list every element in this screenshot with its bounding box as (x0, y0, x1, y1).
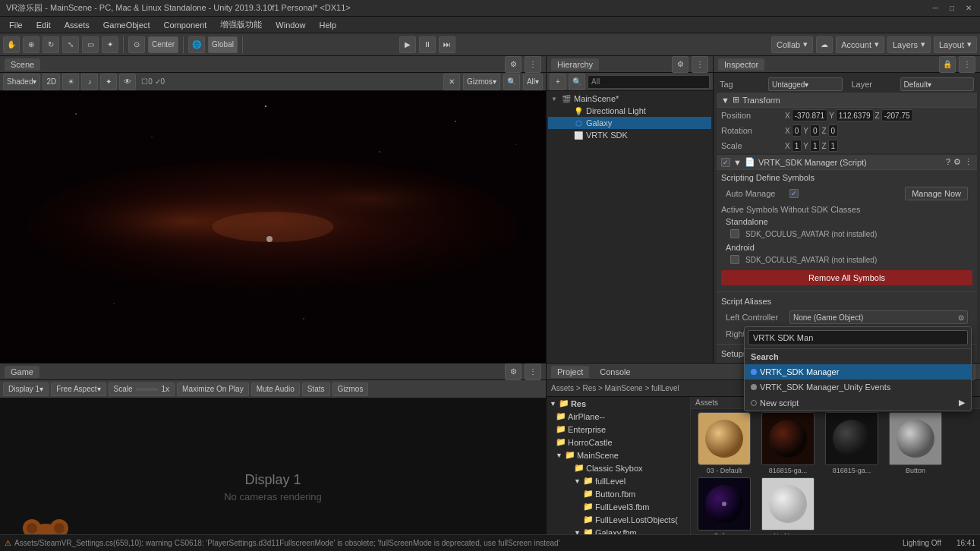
game-gizmos-button[interactable]: Gizmos (332, 383, 369, 396)
scale-tool[interactable]: ⤡ (62, 36, 79, 53)
menu-assets[interactable]: Assets (58, 19, 96, 31)
play-button[interactable]: ▶ (399, 36, 416, 53)
scene-fx-icon[interactable]: ✦ (100, 74, 117, 90)
search-item-new-script[interactable]: New script ▶ (745, 395, 971, 411)
stats-button[interactable]: Stats (302, 383, 330, 396)
scale-slider[interactable] (136, 388, 159, 391)
asset-tile-galaxy[interactable]: Galaxy (694, 477, 755, 540)
pos-x-value[interactable]: -370.871 (792, 109, 827, 121)
hand-tool[interactable]: ✋ (3, 36, 20, 53)
scene-audio-icon[interactable]: ♪ (81, 74, 98, 90)
folder-airplane[interactable]: 📁 AirPlane-- (547, 410, 690, 423)
hierarchy-directional-light[interactable]: 💡 Directional Light (548, 105, 711, 117)
layers-dropdown[interactable]: Layers ▾ (887, 36, 931, 53)
remove-all-button[interactable]: Remove All Symbols (721, 270, 972, 285)
collab-dropdown[interactable]: Collab ▾ (771, 36, 813, 53)
auto-manage-checkbox[interactable] (789, 189, 799, 198)
asset-tile-816815-1[interactable]: 816815-ga... (758, 412, 818, 474)
scene-more-icon[interactable]: ⋮ (525, 56, 541, 73)
folder-horrocastle[interactable]: 📁 HorroCastle (547, 436, 690, 449)
sdk-oculus-android-checkbox[interactable] (730, 255, 739, 264)
project-tree[interactable]: ▼ 📁 Res 📁 AirPlane-- 📁 Enterprise 📁 Horr… (547, 397, 691, 551)
scene-settings-icon[interactable]: ⚙ (505, 56, 522, 73)
rotate-tool[interactable]: ↻ (43, 36, 59, 53)
scale-y-value[interactable]: 1 (810, 140, 821, 152)
transform-tool[interactable]: ✦ (102, 36, 118, 53)
hierarchy-mainscene[interactable]: ▼ 🎬 MainScene* (548, 93, 711, 105)
folder-button-fbm[interactable]: 📁 Button.fbm (547, 487, 690, 500)
left-controller-dropdown[interactable]: None (Game Object) ⊙ (789, 310, 968, 324)
rect-tool[interactable]: ▭ (82, 36, 99, 53)
hierarchy-tree[interactable]: ▼ 🎬 MainScene* 💡 Directional Light ⬡ Gal… (547, 91, 713, 363)
scene-search-icon[interactable]: 🔍 (503, 74, 520, 90)
folder-enterprise[interactable]: 📁 Enterprise (547, 423, 690, 436)
menu-window[interactable]: Window (269, 19, 311, 31)
move-tool[interactable]: ⊕ (23, 36, 39, 53)
close-button[interactable]: ✕ (963, 3, 974, 14)
asset-tile-button[interactable]: Button (885, 412, 946, 474)
tag-dropdown[interactable]: Untagged ▾ (768, 77, 843, 91)
aspect-dropdown[interactable]: Free Aspect ▾ (51, 383, 106, 396)
rot-y-value[interactable]: 0 (810, 124, 821, 137)
rot-x-value[interactable]: 0 (792, 124, 802, 137)
layer-dropdown[interactable]: Default ▾ (900, 77, 975, 91)
gizmos-button[interactable]: Gizmos ▾ (463, 74, 500, 90)
scene-all-dropdown[interactable]: All ▾ (523, 74, 543, 90)
manage-now-button[interactable]: Manage Now (905, 187, 968, 200)
center-button[interactable]: Center (148, 36, 178, 53)
scale-z-value[interactable]: 1 (828, 140, 839, 152)
shaded-dropdown[interactable]: Shaded ▾ (3, 74, 40, 90)
cloud-button[interactable]: ☁ (816, 36, 833, 53)
console-tab[interactable]: Console (594, 366, 636, 378)
transform-header[interactable]: ▼ ⊞ Transform (717, 93, 977, 108)
global-button[interactable]: Global (208, 36, 238, 53)
scene-tab[interactable]: Scene (5, 58, 40, 71)
menu-component[interactable]: Component (157, 19, 213, 31)
vrtk-help-icon[interactable]: ? (946, 157, 950, 167)
hierarchy-tab[interactable]: Hierarchy (551, 58, 599, 71)
scene-hidden-icon[interactable]: 👁 (119, 74, 136, 90)
maximize-on-play-button[interactable]: Maximize On Play (177, 383, 249, 396)
step-button[interactable]: ⏭ (439, 36, 455, 53)
project-tab[interactable]: Project (551, 366, 589, 378)
hierarchy-galaxy[interactable]: ⬡ Galaxy (548, 117, 711, 129)
pos-y-value[interactable]: 112.6379 (836, 109, 874, 121)
sdk-oculus-standalone-checkbox[interactable] (730, 229, 739, 238)
asset-tile-default[interactable]: 03 - Default (694, 412, 755, 474)
maximize-button[interactable]: □ (947, 3, 957, 14)
asset-tile-noname[interactable]: No Name (758, 477, 818, 540)
menu-gameobject[interactable]: GameObject (97, 19, 156, 31)
inspector-more-icon[interactable]: ⋮ (959, 56, 975, 73)
pivot-toggle[interactable]: ⊙ (128, 36, 145, 53)
folder-res[interactable]: ▼ 📁 Res (547, 397, 690, 410)
search-item-1[interactable]: VRTK_SDK Manager_Unity Events (745, 379, 971, 395)
folder-fulllevel-lost[interactable]: 📁 FullLevel.LostObjects( (547, 513, 690, 526)
game-more-icon[interactable]: ⋮ (525, 364, 541, 380)
scene-close-icon[interactable]: ✕ (443, 74, 460, 90)
vrtk-enabled-checkbox[interactable] (721, 158, 730, 167)
inspector-tab[interactable]: Inspector (718, 58, 764, 71)
vrtk-settings-icon[interactable]: ⚙ (953, 157, 961, 167)
hierarchy-add-button[interactable]: + (550, 74, 566, 90)
scale-x-value[interactable]: 1 (792, 140, 802, 152)
folder-fulllevel[interactable]: ▼ 📁 fullLevel (547, 474, 690, 487)
global-toggle[interactable]: 🌐 (188, 36, 205, 53)
folder-mainscene[interactable]: ▼ 📁 MainScene (547, 449, 690, 461)
display-dropdown[interactable]: Display 1 ▾ (3, 383, 49, 396)
menu-enhanced[interactable]: 增强版功能 (214, 17, 268, 32)
pause-button[interactable]: ⏸ (419, 36, 436, 53)
hierarchy-vrtk[interactable]: ⬜ VRTK SDK (548, 129, 711, 141)
rot-z-value[interactable]: 0 (828, 124, 839, 137)
account-dropdown[interactable]: Account ▾ (836, 36, 884, 53)
hierarchy-more-icon[interactable]: ⋮ (692, 56, 708, 73)
menu-edit[interactable]: Edit (30, 19, 57, 31)
search-item-0[interactable]: VRTK_SDK Manager (745, 364, 971, 379)
minimize-button[interactable]: ─ (930, 3, 941, 14)
scene-light-icon[interactable]: ☀ (62, 74, 79, 90)
layout-dropdown[interactable]: Layout ▾ (934, 36, 977, 53)
folder-fulllevel3[interactable]: 📁 FullLevel3.fbm (547, 500, 690, 513)
pos-z-value[interactable]: -207.75 (881, 109, 913, 121)
menu-help[interactable]: Help (313, 19, 342, 31)
search-input[interactable] (748, 330, 968, 345)
folder-classic-skybox[interactable]: 📁 Classic Skybox (547, 461, 690, 474)
